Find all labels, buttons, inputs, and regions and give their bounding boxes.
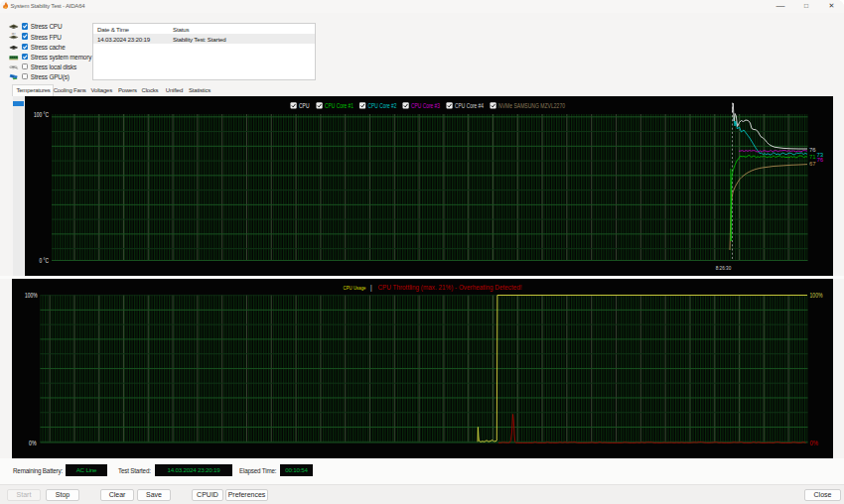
- svg-text:100%: 100%: [810, 292, 823, 299]
- svg-text:0 °C: 0 °C: [40, 257, 50, 264]
- svg-text:0%: 0%: [810, 440, 819, 446]
- svg-text:CPU Core #3: CPU Core #3: [411, 102, 440, 109]
- svg-text:67: 67: [809, 161, 816, 167]
- svg-text:100%: 100%: [25, 292, 38, 299]
- svg-text:CPU Usage: CPU Usage: [344, 285, 366, 291]
- svg-text:NVMe SAMSUNG MZVL2270: NVMe SAMSUNG MZVL2270: [498, 102, 565, 109]
- svg-text:CPU Core #4: CPU Core #4: [455, 102, 484, 109]
- svg-text:8:26:30: 8:26:30: [716, 265, 732, 271]
- svg-text:CPU Core #1: CPU Core #1: [325, 102, 353, 109]
- svg-text:76: 76: [809, 147, 816, 153]
- svg-text:0%: 0%: [29, 440, 37, 446]
- svg-text:71: 71: [809, 154, 816, 160]
- svg-text:100 °C: 100 °C: [34, 111, 49, 118]
- svg-text:CPU Throttling (max. 21%) - Ov: CPU Throttling (max. 21%) - Overheating …: [378, 284, 522, 292]
- svg-text:CPU: CPU: [299, 102, 310, 109]
- svg-text:CPU Core #2: CPU Core #2: [368, 102, 397, 109]
- svg-text:76: 76: [817, 157, 824, 163]
